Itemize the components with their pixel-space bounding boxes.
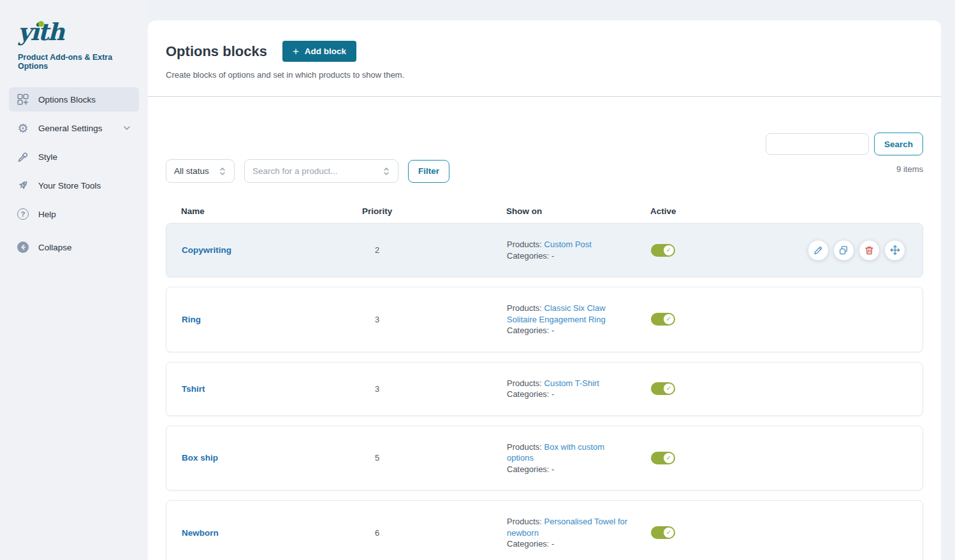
column-header-show-on: Show on [506,206,650,216]
delete-trash-icon [864,245,875,255]
status-filter-select[interactable]: All status [166,159,235,183]
brand: yith Product Add-ons & Extra Options [0,17,148,87]
sidebar-item-label: Help [38,210,56,219]
product-link[interactable]: Custom T-Shirt [544,378,599,388]
move-button[interactable] [885,240,905,260]
product-filter-select[interactable]: Search for a product... [244,159,398,183]
sidebar-collapse-button[interactable]: Collapse [9,235,139,259]
block-name-link[interactable]: Newborn [182,528,363,538]
sidebar-item-label: General Settings [38,124,103,133]
sidebar-item-general-settings[interactable]: ⚙ General Settings [9,116,139,140]
active-toggle[interactable]: ✓ [651,382,675,395]
categories-label: Categories: [507,389,551,399]
sidebar-item-help[interactable]: ? Help [9,202,139,226]
status-filter-value: All status [174,166,209,176]
filter-button[interactable]: Filter [408,160,449,183]
sidebar-item-label: Style [38,152,57,162]
priority-value: 6 [363,528,507,538]
sidebar-nav: Options Blocks ⚙ General Settings [0,87,148,259]
rocket-icon [17,179,29,192]
categories-label: Categories: [507,251,551,261]
sidebar-item-your-store-tools[interactable]: Your Store Tools [9,173,139,197]
main-panel: Options blocks + Add block Create blocks… [148,0,955,560]
sidebar: yith Product Add-ons & Extra Options Opt… [0,0,148,560]
show-on-cell: Products: Box with custom optionsCategor… [507,442,651,475]
move-arrows-icon [889,245,901,256]
row-actions [808,240,905,260]
items-count: 9 items [896,164,923,174]
column-header-name: Name [181,206,362,216]
products-label: Products: [507,442,544,452]
delete-button[interactable] [859,240,879,260]
blocks-plus-icon [17,93,29,106]
toggle-check-icon: ✓ [664,245,674,255]
main-card: Options blocks + Add block Create blocks… [148,20,941,560]
products-label: Products: [507,240,544,249]
eyedropper-icon [17,150,29,163]
search-button[interactable]: Search [874,133,923,155]
search-input[interactable] [766,133,869,155]
block-name-link[interactable]: Ring [182,315,363,324]
table-header: Name Priority Show on Active [166,206,923,216]
block-name-link[interactable]: Copywriting [182,245,363,255]
select-chevrons-icon [219,166,226,176]
priority-value: 3 [363,315,507,324]
active-toggle[interactable]: ✓ [651,313,675,326]
product-filter-placeholder: Search for a product... [252,166,338,176]
product-link[interactable]: Custom Post [544,240,592,249]
priority-value: 5 [363,453,507,463]
table-row[interactable]: Copywriting2Products: Custom PostCategor… [166,223,923,277]
categories-value: - [551,389,554,399]
gear-icon: ⚙ [17,122,29,134]
show-on-cell: Products: Personalised Towel for newborn… [507,516,651,550]
help-icon: ? [17,208,29,220]
categories-value: - [551,539,554,549]
active-cell: ✓ [651,382,907,395]
add-block-button[interactable]: + Add block [282,41,356,62]
sidebar-item-style[interactable]: Style [9,145,139,169]
show-on-cell: Products: Custom T-ShirtCategories: - [507,378,651,400]
active-toggle[interactable]: ✓ [651,244,675,257]
filter-row: All status Search for a product... [166,159,923,183]
toggle-check-icon: ✓ [664,384,674,394]
categories-value: - [551,464,554,474]
show-on-cell: Products: Custom PostCategories: - [507,239,651,261]
edit-pencil-icon [813,245,824,255]
duplicate-button[interactable] [834,240,854,260]
sidebar-collapse-label: Collapse [38,243,72,252]
sidebar-item-options-blocks[interactable]: Options Blocks [9,87,139,111]
plus-icon: + [293,46,299,57]
page-header: Options blocks + Add block Create blocks… [148,20,941,97]
brand-subtitle: Product Add-ons & Extra Options [18,53,138,71]
products-label: Products: [507,517,544,526]
search-row: Search [166,133,923,155]
app-root: yith Product Add-ons & Extra Options Opt… [0,0,955,560]
priority-value: 2 [363,245,507,255]
content-area: Search All status Search for a product..… [148,133,941,560]
active-cell: ✓ [651,452,907,464]
categories-value: - [551,326,554,335]
active-toggle[interactable]: ✓ [651,526,675,539]
products-label: Products: [507,303,544,313]
table-rows: Copywriting2Products: Custom PostCategor… [166,223,923,560]
toggle-check-icon: ✓ [664,453,674,463]
products-label: Products: [507,378,544,388]
table-row[interactable]: Box ship5Products: Box with custom optio… [166,426,923,491]
sidebar-item-label: Your Store Tools [38,181,101,190]
show-on-cell: Products: Classic Six Claw Solitaire Eng… [507,303,651,336]
column-header-priority: Priority [362,206,506,216]
table-row[interactable]: Tshirt3Products: Custom T-ShirtCategorie… [166,362,923,416]
active-toggle[interactable]: ✓ [651,452,675,464]
column-header-active: Active [650,206,908,216]
table-row[interactable]: Newborn6Products: Personalised Towel for… [166,500,923,560]
block-name-link[interactable]: Box ship [182,453,363,463]
edit-button[interactable] [808,240,828,260]
active-cell: ✓ [651,313,907,326]
categories-label: Categories: [507,326,551,335]
logo-dot-icon [38,21,44,27]
sidebar-item-label: Options Blocks [38,95,96,104]
table-row[interactable]: Ring3Products: Classic Six Claw Solitair… [166,287,923,352]
block-name-link[interactable]: Tshirt [182,384,363,394]
priority-value: 3 [363,384,507,394]
categories-label: Categories: [507,539,551,549]
